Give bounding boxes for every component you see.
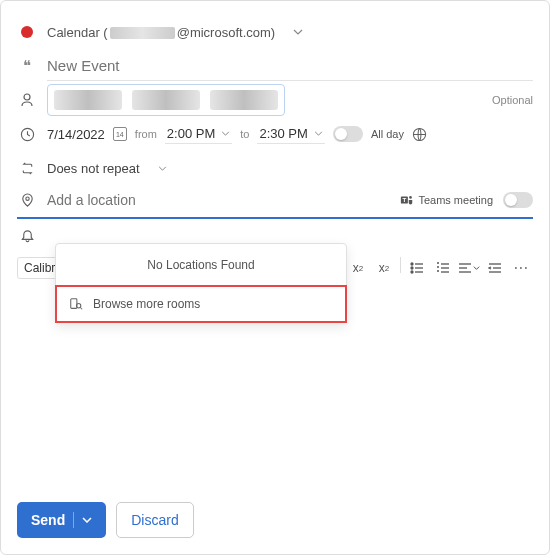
calendar-icon[interactable]: 14 — [113, 127, 127, 141]
calendar-select[interactable]: Calendar (@microsoft.com) — [47, 25, 533, 40]
bullet-list-button[interactable] — [405, 257, 429, 279]
browse-rooms-button[interactable]: Browse more rooms — [55, 285, 347, 323]
numbered-list-button[interactable] — [431, 257, 455, 279]
svg-text:T: T — [403, 196, 407, 203]
superscript-button[interactable]: x2 — [346, 257, 370, 279]
repeat-row: Does not repeat — [17, 151, 533, 185]
location-input[interactable] — [47, 186, 390, 214]
attendee-input[interactable] — [47, 84, 285, 116]
send-button[interactable]: Send — [17, 502, 106, 538]
all-day-label: All day — [371, 128, 404, 140]
person-icon — [17, 92, 37, 108]
no-locations-message: No Locations Found — [56, 244, 346, 286]
bell-icon — [17, 229, 37, 244]
align-button[interactable] — [457, 257, 481, 279]
attendees-row: Optional — [17, 83, 533, 117]
svg-point-3 — [25, 196, 28, 199]
location-row: T Teams meeting — [17, 185, 533, 219]
attendee-chip — [54, 90, 122, 110]
chevron-down-icon — [293, 29, 303, 35]
quote-icon: ❝ — [17, 57, 37, 75]
attendee-chip — [132, 90, 200, 110]
teams-meeting-label: T Teams meeting — [400, 193, 493, 207]
optional-button[interactable]: Optional — [492, 94, 533, 106]
calendar-name: Calendar (@microsoft.com) — [47, 25, 275, 40]
redacted-text — [110, 27, 175, 39]
repeat-select[interactable]: Does not repeat — [47, 157, 533, 180]
calendar-color-dot — [17, 26, 37, 38]
room-search-icon — [69, 297, 83, 311]
teams-icon: T — [400, 193, 414, 207]
outdent-button[interactable] — [483, 257, 507, 279]
svg-line-27 — [80, 308, 82, 310]
divider — [400, 257, 401, 273]
svg-point-9 — [411, 267, 413, 269]
svg-point-7 — [411, 263, 413, 265]
location-dropdown: No Locations Found Browse more rooms — [55, 243, 347, 323]
date-picker[interactable]: 7/14/2022 — [47, 127, 105, 142]
svg-rect-25 — [71, 299, 77, 309]
footer-actions: Send Discard — [17, 502, 194, 538]
discard-button[interactable]: Discard — [116, 502, 193, 538]
timezone-icon[interactable] — [412, 127, 427, 142]
subscript-button[interactable]: x2 — [372, 257, 396, 279]
start-time-picker[interactable]: 2:00 PM — [165, 124, 232, 144]
calendar-row: Calendar (@microsoft.com) — [17, 15, 533, 49]
chevron-down-icon — [82, 517, 92, 523]
more-button[interactable]: ⋅⋅⋅ — [509, 257, 533, 279]
event-title-input[interactable] — [47, 51, 533, 81]
datetime-row: 7/14/2022 14 from 2:00 PM to 2:30 PM All… — [17, 117, 533, 151]
title-row: ❝ — [17, 49, 533, 83]
location-icon — [17, 193, 37, 208]
svg-point-11 — [411, 271, 413, 273]
svg-point-0 — [24, 94, 30, 100]
teams-meeting-toggle[interactable] — [503, 192, 533, 208]
to-label: to — [240, 128, 249, 140]
attendee-chip — [210, 90, 278, 110]
end-time-picker[interactable]: 2:30 PM — [257, 124, 324, 144]
clock-icon — [17, 127, 37, 142]
all-day-toggle[interactable] — [333, 126, 363, 142]
from-label: from — [135, 128, 157, 140]
svg-point-6 — [410, 196, 413, 199]
repeat-icon — [17, 161, 37, 176]
event-form: Calendar (@microsoft.com) ❝ Optional — [0, 0, 550, 555]
